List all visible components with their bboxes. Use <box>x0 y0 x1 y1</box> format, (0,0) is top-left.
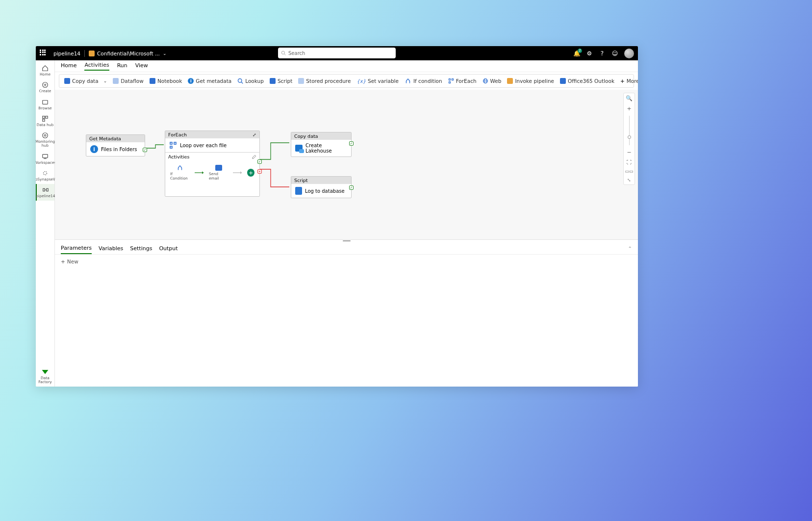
arrow-icon <box>233 171 242 175</box>
toolbar-web[interactable]: Web <box>482 78 502 84</box>
toolbar-copy-data[interactable]: Copy data⌄ <box>64 78 107 84</box>
inner-send-email[interactable]: Send email <box>209 165 228 181</box>
rail-pipeline-item[interactable]: pipeline14 <box>36 184 54 201</box>
toolbar-more-activities[interactable]: +More activities⌄ <box>620 78 638 84</box>
toolbar-stored-procedure[interactable]: Stored procedure <box>298 78 351 84</box>
plus-icon: + <box>61 259 65 264</box>
zoom-slider[interactable] <box>629 116 630 145</box>
toolbar-dataflow[interactable]: Dataflow <box>113 78 144 84</box>
zoom-controls: 🔍 + − ⛶ ▭▭ ⤡ <box>623 93 635 185</box>
tab-output[interactable]: Output <box>159 243 178 254</box>
inner-if-condition[interactable]: If Condition <box>170 165 190 181</box>
svg-rect-26 <box>174 142 176 144</box>
collapse-panel-icon[interactable]: ⌃ <box>628 244 632 253</box>
tab-settings[interactable]: Settings <box>130 243 152 254</box>
svg-point-13 <box>44 171 47 175</box>
success-output-handle[interactable]: ✓ <box>143 148 147 152</box>
app-launcher-icon[interactable] <box>40 50 48 57</box>
node-header: Copy data <box>294 133 318 139</box>
zoom-in-button[interactable]: + <box>627 105 631 112</box>
left-rail: Home Create Browse Data hub Monitoring h… <box>36 60 55 387</box>
dataflow-icon <box>113 78 119 84</box>
foreach-icon <box>169 141 177 149</box>
pipeline-canvas[interactable]: Get Metadata i Files in Folders ✓ ForEac… <box>55 90 638 239</box>
node-label: Loop over each file <box>180 143 227 148</box>
svg-rect-7 <box>46 116 48 118</box>
search-icon[interactable]: 🔍 <box>626 95 633 102</box>
rail-data-hub[interactable]: Data hub <box>36 113 54 130</box>
rail-create[interactable]: Create <box>36 79 54 96</box>
sensitivity-label[interactable]: Confidential\Microsoft ... <box>97 51 160 56</box>
svg-rect-25 <box>170 142 172 144</box>
search-input[interactable]: Search <box>278 48 396 58</box>
success-output-handle[interactable]: ✓ <box>349 141 354 146</box>
chevron-down-icon: ⌄ <box>103 78 107 83</box>
success-output-handle[interactable]: ✓ <box>349 185 354 190</box>
new-parameter-button[interactable]: + New <box>55 255 638 268</box>
node-header: Get Metadata <box>89 136 121 141</box>
svg-point-17 <box>238 79 242 83</box>
toolbar-notebook[interactable]: Notebook <box>150 78 182 84</box>
tab-variables[interactable]: Variables <box>99 243 123 254</box>
user-avatar[interactable] <box>624 49 634 58</box>
if-condition-icon <box>405 78 411 84</box>
svg-rect-14 <box>43 188 45 191</box>
notebook-icon <box>150 78 155 84</box>
svg-rect-11 <box>43 154 48 157</box>
lookup-icon <box>237 78 243 84</box>
toolbar-lookup[interactable]: Lookup <box>237 78 264 84</box>
minimize-icon[interactable]: ⤡ <box>627 178 631 182</box>
menu-activities[interactable]: Activities <box>84 62 109 71</box>
rail-workspace-item[interactable]: ContosoSynapseWorks... <box>36 167 54 184</box>
add-inner-activity-button[interactable]: + <box>247 169 254 177</box>
help-icon[interactable]: ? <box>599 50 606 57</box>
invoke-pipeline-icon <box>507 78 513 84</box>
rail-browse[interactable]: Browse <box>36 96 54 113</box>
node-label: Create Lakehouse <box>305 143 347 154</box>
menu-view[interactable]: View <box>135 62 148 70</box>
fit-to-screen-button[interactable]: ⛶ <box>627 159 632 165</box>
page-title: pipeline14 <box>53 51 80 56</box>
toolbar-script[interactable]: Script <box>270 78 292 84</box>
rail-data-factory-picker[interactable]: Data Factory <box>36 366 54 387</box>
rail-monitoring-hub[interactable]: Monitoring hub <box>36 130 54 151</box>
node-copy-data[interactable]: Copy data Create Lakehouse ✓ <box>291 132 352 157</box>
toolbar-if-condition[interactable]: If condition <box>405 78 442 84</box>
notifications-icon[interactable]: 🔔2 <box>573 50 580 57</box>
bottom-panel: Parameters Variables Settings Output ⌃ +… <box>55 239 638 387</box>
expand-icon[interactable]: ⤢ <box>253 132 256 137</box>
toolbar-foreach[interactable]: ForEach <box>448 78 477 84</box>
svg-rect-5 <box>43 100 48 104</box>
toolbar-set-variable[interactable]: {x}Set variable <box>356 78 399 84</box>
edit-icon[interactable] <box>252 155 256 159</box>
feedback-icon[interactable]: ☺ <box>611 50 618 57</box>
toolbar-office365-outlook[interactable]: Office365 Outlook <box>560 78 614 84</box>
chevron-down-icon[interactable]: ⌄ <box>163 51 167 56</box>
svg-point-9 <box>43 133 48 138</box>
layout-button[interactable]: ▭▭ <box>625 169 633 174</box>
copy-data-icon <box>64 78 70 84</box>
zoom-out-button[interactable]: − <box>627 149 631 156</box>
settings-icon[interactable]: ⚙ <box>586 50 593 57</box>
svg-rect-19 <box>449 79 450 80</box>
divider <box>84 50 85 57</box>
svg-rect-27 <box>170 146 172 148</box>
success-output-handle[interactable]: ✓ <box>257 159 262 164</box>
svg-rect-8 <box>43 119 45 121</box>
rail-workspaces[interactable]: Workspaces <box>36 151 54 167</box>
node-foreach[interactable]: ForEach ⤢ Loop over each file Activities <box>165 130 260 197</box>
tab-parameters[interactable]: Parameters <box>61 243 92 254</box>
menu-run[interactable]: Run <box>117 62 127 70</box>
web-icon <box>482 78 488 84</box>
node-label: Files in Folders <box>101 147 137 152</box>
info-icon: i <box>188 78 194 84</box>
node-get-metadata[interactable]: Get Metadata i Files in Folders ✓ <box>86 134 145 156</box>
menu-home[interactable]: Home <box>61 62 76 70</box>
svg-point-10 <box>44 134 46 136</box>
node-script[interactable]: Script Log to database ✓ <box>291 176 352 198</box>
rail-home[interactable]: Home <box>36 62 54 79</box>
failure-output-handle[interactable]: ✕ <box>257 169 262 174</box>
toolbar-invoke-pipeline[interactable]: Invoke pipeline <box>507 78 554 84</box>
outlook-icon <box>560 78 566 84</box>
toolbar-get-metadata[interactable]: iGet metadata <box>188 78 231 84</box>
